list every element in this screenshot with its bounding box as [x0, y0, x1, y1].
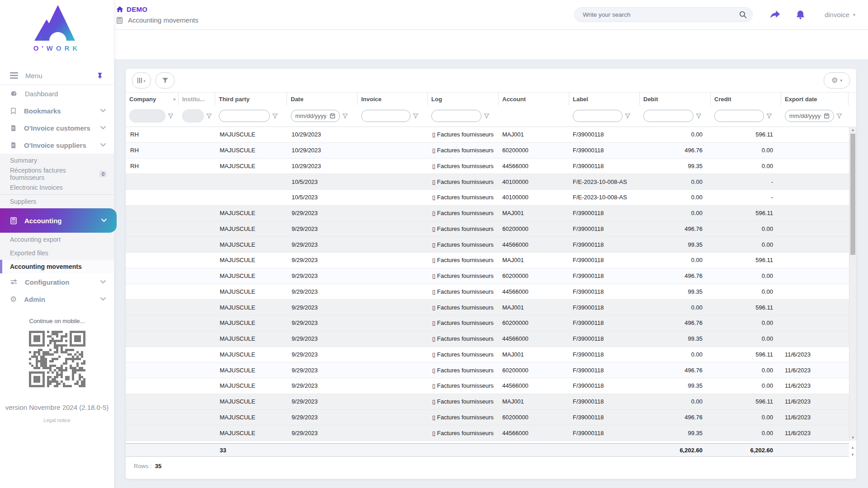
mobile-section: Continue on mobile... version Novembre 2…: [0, 318, 114, 423]
column-header-company[interactable]: Company▶: [126, 93, 179, 105]
sidebar-item-admin[interactable]: ⚙ Admin: [0, 291, 114, 308]
table-row[interactable]: MAJUSCULE9/29/2023▯ Factures fournisseur…: [126, 378, 849, 394]
filter-funnel-icon[interactable]: [206, 113, 212, 119]
table-row[interactable]: MAJUSCULE9/29/2023▯ Factures fournisseur…: [126, 410, 849, 426]
table-row[interactable]: RHMAJUSCULE10/29/2023▯ Factures fourniss…: [126, 159, 849, 174]
filter-date-export_date[interactable]: mm/dd/yyyy: [785, 110, 834, 122]
search-icon[interactable]: [739, 11, 747, 20]
filter-funnel-icon[interactable]: [272, 113, 278, 119]
column-header-label[interactable]: Label: [569, 93, 640, 105]
table-settings-button[interactable]: ⚙▾: [824, 72, 850, 89]
filter-funnel-icon[interactable]: [413, 113, 419, 119]
cell-third_party: MAJUSCULE: [215, 131, 287, 138]
summary-scroll-down-arrow[interactable]: ▼: [850, 452, 855, 457]
column-label: Account: [502, 96, 526, 103]
table-row[interactable]: MAJUSCULE9/29/2023▯ Factures fournisseur…: [126, 362, 849, 378]
filter-funnel-icon[interactable]: [484, 113, 490, 119]
table-row[interactable]: MAJUSCULE9/29/2023▯ Factures fournisseur…: [126, 425, 849, 441]
breadcrumb-home-row[interactable]: DEMO: [116, 4, 198, 15]
scroll-down-arrow[interactable]: ▼: [849, 434, 856, 441]
table-row[interactable]: MAJUSCULE9/29/2023▯ Factures fournisseur…: [126, 206, 849, 221]
filter-input-log[interactable]: [431, 110, 481, 122]
pin-icon[interactable]: [97, 72, 103, 79]
table-row[interactable]: MAJUSCULE9/29/2023▯ Factures fournisseur…: [126, 268, 849, 284]
vertical-scrollbar[interactable]: ▲ ▼: [849, 127, 856, 441]
submenu-label: Summary: [10, 157, 37, 164]
table-row[interactable]: 10/5/2023▯ Factures fournisseurs40100000…: [126, 190, 849, 206]
column-header-export_date[interactable]: Export date: [781, 93, 849, 105]
filter-date-date[interactable]: mm/dd/yyyy: [291, 110, 340, 122]
sidebar-item-dashboard[interactable]: Dashboard: [0, 85, 114, 102]
filter-input-disabled-institution: [182, 109, 204, 122]
filter-funnel-icon[interactable]: [342, 113, 348, 119]
table-row[interactable]: MAJUSCULE9/29/2023▯ Factures fournisseur…: [126, 221, 849, 237]
column-header-institution[interactable]: Institu...: [179, 93, 215, 105]
table-filter-row: mm/dd/yyyymm/dd/yyyy: [126, 105, 856, 127]
column-header-date[interactable]: Date: [287, 93, 358, 105]
submenu-item-electronic-invoices[interactable]: Electronic Invoices: [0, 181, 114, 194]
chevron-down-icon[interactable]: [100, 126, 106, 130]
column-header-debit[interactable]: Debit: [640, 93, 711, 105]
scrollbar-thumb[interactable]: [850, 134, 855, 255]
chevron-down-icon[interactable]: [101, 219, 107, 222]
table-row[interactable]: MAJUSCULE9/29/2023▯ Factures fournisseur…: [126, 237, 849, 253]
chevron-down-icon[interactable]: [100, 109, 106, 113]
chevron-down-icon[interactable]: [100, 280, 106, 284]
sidebar-item-bookmarks[interactable]: Bookmarks: [0, 102, 114, 119]
table-row[interactable]: MAJUSCULE9/29/2023▯ Factures fournisseur…: [126, 331, 849, 347]
filter-input-debit[interactable]: [643, 110, 693, 122]
submenu-item-accounting-export[interactable]: Accounting export: [0, 233, 114, 246]
filter-input-credit[interactable]: [714, 110, 764, 122]
summary-scroll-up-arrow[interactable]: ▲: [850, 445, 855, 450]
calendar-icon[interactable]: [824, 113, 830, 119]
chevron-down-icon[interactable]: [100, 297, 106, 301]
cell-date: 10/29/2023: [287, 147, 358, 154]
table-row[interactable]: MAJUSCULE9/29/2023▯ Factures fournisseur…: [126, 347, 849, 363]
column-header-third_party[interactable]: Third party: [215, 93, 287, 105]
filter-funnel-icon[interactable]: [625, 113, 631, 119]
filter-button[interactable]: [156, 72, 175, 89]
submenu-item-suppliers[interactable]: Suppliers: [0, 194, 114, 208]
table-row[interactable]: 10/5/2023▯ Factures fournisseurs40100000…: [126, 174, 849, 190]
table-row[interactable]: MAJUSCULE9/29/2023▯ Factures fournisseur…: [126, 300, 849, 315]
sidebar-item-configuration[interactable]: Configuration: [0, 273, 114, 291]
summary-third_party: 33: [215, 447, 287, 454]
filter-funnel-icon[interactable]: [696, 113, 702, 119]
filter-input-invoice[interactable]: [361, 110, 410, 122]
filter-funnel-icon[interactable]: [168, 113, 174, 119]
column-header-credit[interactable]: Credit: [711, 93, 781, 105]
column-header-account[interactable]: Account: [499, 93, 569, 105]
hamburger-icon[interactable]: [10, 72, 18, 79]
sort-caret-icon[interactable]: ▶: [174, 97, 176, 101]
table-row[interactable]: MAJUSCULE9/29/2023▯ Factures fournisseur…: [126, 284, 849, 300]
filter-funnel-icon[interactable]: [766, 113, 772, 119]
submenu-item-summary[interactable]: Summary: [0, 154, 114, 167]
filter-funnel-icon[interactable]: [836, 113, 842, 119]
table-row[interactable]: MAJUSCULE9/29/2023▯ Factures fournisseur…: [126, 315, 849, 331]
breadcrumb-home[interactable]: DEMO: [127, 5, 147, 13]
sidebar-item-oinvoice-suppliers[interactable]: O'Invoice suppliers: [0, 136, 114, 154]
sidebar-item-oinvoice-customers[interactable]: O'Invoice customers: [0, 119, 114, 136]
legal-notice-link[interactable]: Legal notice: [43, 418, 70, 423]
bell-icon[interactable]: [795, 9, 806, 20]
column-header-log[interactable]: Log: [428, 93, 499, 105]
submenu-item-exported-files[interactable]: Exported files: [0, 246, 114, 260]
chevron-down-icon[interactable]: [100, 143, 106, 147]
calendar-icon[interactable]: [330, 113, 335, 119]
column-header-invoice[interactable]: Invoice: [358, 93, 428, 105]
submenu-item-accounting-movements[interactable]: Accounting movements: [0, 260, 114, 273]
cell-date: 10/5/2023: [287, 178, 358, 185]
search-input[interactable]: [574, 7, 753, 22]
share-icon[interactable]: [769, 10, 781, 20]
filter-input-third_party[interactable]: [219, 110, 270, 122]
sidebar-item-accounting[interactable]: Accounting: [0, 208, 117, 233]
columns-button[interactable]: ▾: [132, 72, 151, 89]
table-row[interactable]: RHMAJUSCULE10/29/2023▯ Factures fourniss…: [126, 127, 849, 143]
submenu-item-receptions[interactable]: Réceptions factures fournisseurs 0: [0, 167, 114, 181]
table-row[interactable]: RHMAJUSCULE10/29/2023▯ Factures fourniss…: [126, 143, 849, 159]
user-menu[interactable]: dinvoice ▾: [825, 11, 855, 19]
table-row[interactable]: MAJUSCULE9/29/2023▯ Factures fournisseur…: [126, 394, 849, 410]
table-row[interactable]: MAJUSCULE9/29/2023▯ Factures fournisseur…: [126, 253, 849, 268]
scroll-up-arrow[interactable]: ▲: [849, 127, 856, 133]
filter-input-label[interactable]: [573, 110, 623, 122]
